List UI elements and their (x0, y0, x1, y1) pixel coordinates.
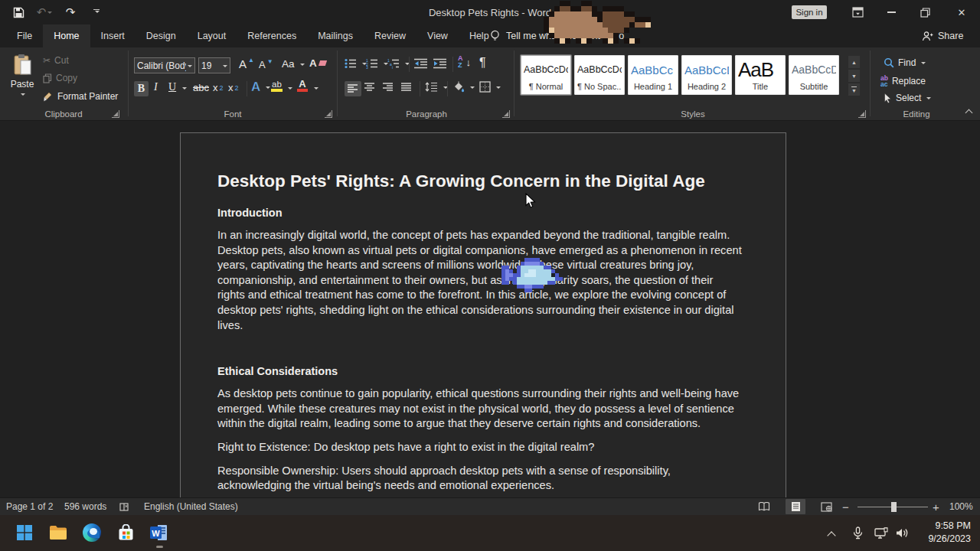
save-icon[interactable] (11, 5, 26, 20)
style-subtitle[interactable]: AaBbCcDSubtitle (789, 55, 839, 95)
zoom-level[interactable]: 100% (949, 498, 973, 515)
sign-in-button[interactable]: Sign in (792, 5, 827, 19)
highlight-caret[interactable] (288, 87, 292, 92)
styles-more-icon[interactable]: ▼ (848, 83, 861, 96)
clipboard-dialog-launcher-icon[interactable] (112, 110, 119, 118)
tab-file[interactable]: File (6, 24, 43, 47)
volume-tray-icon[interactable] (896, 515, 909, 551)
justify-button[interactable] (401, 83, 412, 92)
close-button[interactable]: ✕ (949, 0, 974, 24)
bold-button[interactable]: B (134, 81, 149, 96)
start-button[interactable] (14, 522, 35, 543)
paragraph-dialog-launcher-icon[interactable] (502, 110, 510, 118)
microsoft-store-button[interactable] (115, 522, 136, 543)
format-painter-button[interactable]: Format Painter (43, 91, 118, 102)
style-normal[interactable]: AaBbCcDc¶ Normal (521, 55, 571, 95)
borders-button[interactable] (479, 81, 501, 93)
undo-icon[interactable]: ↶ (37, 5, 52, 20)
font-color-caret[interactable] (314, 87, 318, 92)
edge-browser-button[interactable] (81, 522, 103, 543)
style-heading-2[interactable]: AaBbCcDHeading 2 (681, 55, 732, 95)
style-heading-1[interactable]: AaBbCcHeading 1 (628, 55, 678, 95)
shading-button[interactable] (452, 81, 475, 93)
highlight-color-button[interactable]: ab (271, 80, 283, 92)
styles-dialog-launcher-icon[interactable] (858, 110, 866, 118)
read-mode-button[interactable] (754, 498, 774, 515)
align-right-button[interactable] (383, 83, 394, 92)
file-explorer-button[interactable] (47, 522, 69, 543)
numbering-button[interactable]: 123 (366, 58, 388, 69)
tab-mailings[interactable]: Mailings (307, 24, 364, 47)
style-title[interactable]: AaBTitle (735, 55, 786, 95)
redo-icon[interactable]: ↷ (63, 5, 78, 20)
styles-scroll-down-icon[interactable]: ▼ (848, 69, 861, 83)
tab-home[interactable]: Home (43, 24, 90, 47)
group-separator (128, 51, 129, 116)
style-label: ¶ Normal (524, 82, 568, 93)
zoom-out-button[interactable]: − (842, 498, 849, 515)
font-color-button[interactable]: A (297, 80, 308, 92)
superscript-button[interactable]: x2 (228, 82, 239, 93)
paste-button[interactable]: Paste (6, 54, 38, 115)
taskbar-clock[interactable]: 9:58 PM 9/26/2023 (928, 520, 971, 546)
microphone-tray-icon[interactable] (853, 515, 863, 551)
sort-button[interactable]: AZ ↓ (458, 55, 471, 69)
change-case-button[interactable]: Aa (282, 58, 305, 70)
tab-references[interactable]: References (237, 24, 307, 47)
clear-formatting-button[interactable]: A (309, 57, 326, 69)
subscript-button[interactable]: x2 (213, 82, 224, 93)
customize-qat-icon[interactable] (89, 5, 104, 20)
decrease-indent-button[interactable] (414, 58, 428, 69)
tab-review[interactable]: Review (364, 24, 416, 47)
grow-font-button[interactable]: A▲ (239, 57, 256, 70)
increase-indent-button[interactable] (433, 58, 447, 69)
underline-button[interactable]: U (168, 81, 176, 93)
ribbon-display-options-icon[interactable] (845, 0, 870, 24)
multilevel-list-button[interactable]: 1ai (387, 58, 410, 69)
print-layout-button[interactable] (786, 498, 805, 515)
word-app-window: { "titlebar": { "title": "Desktop Pets R… (0, 0, 980, 551)
select-button[interactable]: Select (884, 93, 931, 103)
hamster-pet-sprite[interactable] (544, 1, 651, 44)
shrink-font-button[interactable]: A▼ (259, 59, 276, 70)
show-hide-pilcrow-button[interactable]: ¶ (479, 56, 486, 70)
strikethrough-button[interactable]: abc (193, 82, 209, 93)
web-layout-button[interactable] (816, 498, 836, 515)
copy-button[interactable]: Copy (43, 73, 77, 83)
proofing-status-icon[interactable] (119, 498, 129, 515)
minimize-button[interactable] (879, 0, 903, 24)
bullets-button[interactable] (345, 58, 367, 69)
text-effects-button[interactable]: A (251, 80, 270, 95)
fish-pet-sprite[interactable] (501, 258, 563, 292)
tray-chevron-icon[interactable] (828, 515, 835, 551)
replace-button[interactable]: abac Replace (880, 75, 926, 87)
zoom-in-button[interactable]: + (933, 498, 939, 515)
italic-button[interactable]: I (154, 81, 158, 93)
zoom-slider[interactable] (858, 498, 928, 515)
align-left-button[interactable] (345, 81, 361, 96)
underline-caret[interactable] (182, 87, 187, 92)
word-count[interactable]: 596 words (64, 498, 106, 515)
collapse-ribbon-icon[interactable] (965, 109, 974, 116)
tab-insert[interactable]: Insert (90, 24, 136, 47)
style-no-spac[interactable]: AaBbCcDc¶ No Spac... (574, 55, 625, 95)
find-button[interactable]: Find (884, 57, 926, 68)
network-tray-icon[interactable] (874, 515, 890, 551)
zoom-slider-thumb[interactable] (891, 502, 897, 512)
restore-button[interactable] (913, 0, 937, 24)
document-page[interactable]: Desktop Pets' Rights: A Growing Concern … (180, 132, 786, 497)
line-spacing-button[interactable] (425, 82, 448, 92)
share-button[interactable]: Share (922, 24, 963, 47)
align-center-button[interactable] (364, 83, 375, 92)
tab-view[interactable]: View (416, 24, 459, 47)
tab-layout[interactable]: Layout (187, 24, 237, 47)
font-dialog-launcher-icon[interactable] (325, 110, 332, 118)
styles-scroll-up-icon[interactable]: ▲ (848, 55, 861, 69)
cut-button[interactable]: ✂Cut (43, 55, 69, 66)
tab-design[interactable]: Design (136, 24, 187, 47)
language-indicator[interactable]: English (United States) (144, 498, 238, 515)
word-taskbar-button[interactable]: W (149, 522, 170, 543)
font-name-combo[interactable]: Calibri (Body (134, 57, 195, 73)
font-size-combo[interactable]: 19 (198, 57, 230, 73)
page-indicator[interactable]: Page 1 of 2 (6, 498, 53, 515)
